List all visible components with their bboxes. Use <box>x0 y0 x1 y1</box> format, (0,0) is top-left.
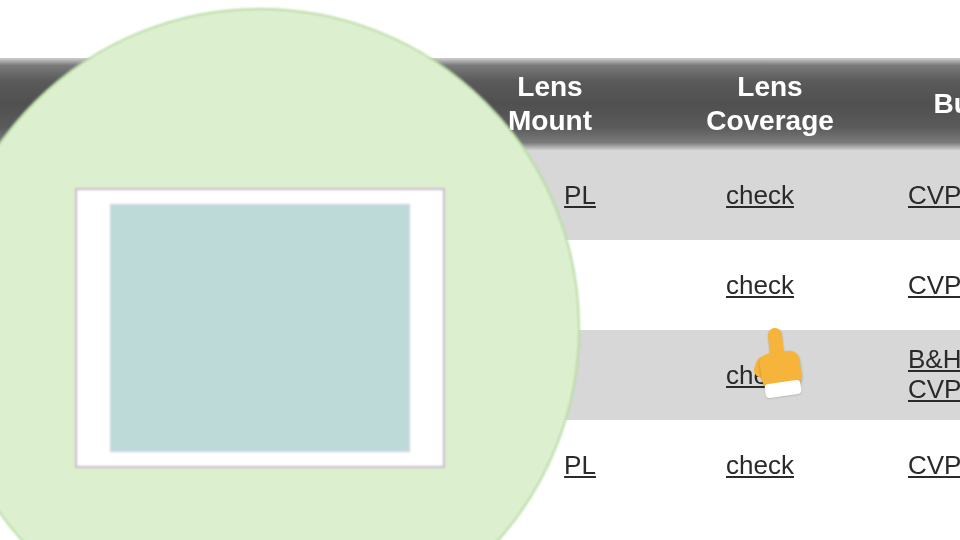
buy-link[interactable]: CVP <box>908 450 960 481</box>
lens-coverage-link[interactable]: check <box>680 360 840 391</box>
buy-link[interactable]: B&H CVP <box>908 345 960 405</box>
lens-coverage-link[interactable]: check <box>680 450 840 481</box>
header-coverage-label: Lens Coverage <box>660 70 880 137</box>
sensor-frame-inner <box>110 204 410 452</box>
buy-link[interactable]: CVP <box>908 180 960 211</box>
lens-coverage-link[interactable]: check <box>680 270 840 301</box>
lens-coverage-link[interactable]: check <box>680 180 840 211</box>
sensor-frame-outer <box>75 188 445 468</box>
header-buy-label: Buy <box>900 87 960 121</box>
buy-link[interactable]: CVP <box>908 270 960 301</box>
